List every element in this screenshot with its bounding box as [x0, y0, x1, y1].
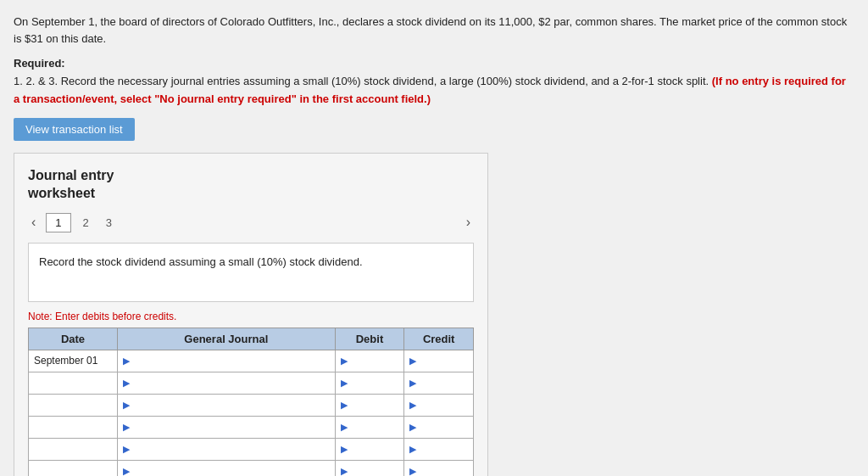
- arrow-debit-0: ▶: [341, 356, 348, 366]
- worksheet-title-line2: worksheet: [28, 186, 95, 200]
- col-header-debit: Debit: [335, 328, 404, 350]
- arrow-journal-4: ▶: [123, 444, 130, 454]
- col-header-date: Date: [29, 328, 118, 350]
- note-text: Note: Enter debits before credits.: [28, 311, 474, 322]
- table-row: ▶▶▶: [29, 460, 474, 476]
- arrow-credit-4: ▶: [409, 444, 416, 454]
- arrow-debit-2: ▶: [341, 400, 348, 410]
- cell-journal-1[interactable]: ▶: [118, 372, 336, 394]
- intro-text: On September 1, the board of directors o…: [14, 14, 854, 47]
- required-body: 1. 2. & 3. Record the necessary journal …: [14, 75, 709, 87]
- cell-journal-2[interactable]: ▶: [118, 394, 336, 416]
- arrow-debit-3: ▶: [341, 422, 348, 432]
- cell-date-5[interactable]: [29, 460, 118, 476]
- arrow-credit-1: ▶: [409, 378, 416, 388]
- table-row: ▶▶▶: [29, 416, 474, 438]
- table-row: ▶▶▶: [29, 372, 474, 394]
- cell-debit-1[interactable]: ▶: [335, 372, 404, 394]
- instruction-box: Record the stock dividend assuming a sma…: [28, 243, 474, 302]
- arrow-credit-5: ▶: [409, 466, 416, 476]
- arrow-debit-4: ▶: [341, 444, 348, 454]
- required-section: Required: 1. 2. & 3. Record the necessar…: [14, 55, 854, 108]
- cell-date-3[interactable]: [29, 416, 118, 438]
- arrow-debit-5: ▶: [341, 466, 348, 476]
- worksheet-title: Journal entry worksheet: [28, 167, 474, 203]
- cell-debit-5[interactable]: ▶: [335, 460, 404, 476]
- view-transaction-button[interactable]: View transaction list: [14, 118, 135, 141]
- instruction-text: Record the stock dividend assuming a sma…: [39, 255, 363, 268]
- cell-date-4[interactable]: [29, 438, 118, 460]
- cell-date-2[interactable]: [29, 394, 118, 416]
- col-header-credit: Credit: [404, 328, 474, 350]
- arrow-journal-0: ▶: [123, 356, 130, 366]
- arrow-debit-1: ▶: [341, 378, 348, 388]
- arrow-journal-5: ▶: [123, 466, 130, 476]
- arrow-credit-0: ▶: [409, 356, 416, 366]
- tab-navigation: ‹ 1 2 3 ›: [28, 213, 474, 232]
- cell-debit-3[interactable]: ▶: [335, 416, 404, 438]
- cell-date-1[interactable]: [29, 372, 118, 394]
- arrow-credit-3: ▶: [409, 422, 416, 432]
- cell-credit-5[interactable]: ▶: [404, 460, 474, 476]
- prev-chevron[interactable]: ‹: [28, 215, 39, 230]
- worksheet-title-line1: Journal entry: [28, 168, 114, 182]
- arrow-credit-2: ▶: [409, 400, 416, 410]
- cell-journal-3[interactable]: ▶: [118, 416, 336, 438]
- cell-debit-2[interactable]: ▶: [335, 394, 404, 416]
- cell-credit-3[interactable]: ▶: [404, 416, 474, 438]
- cell-date-0[interactable]: September 01: [29, 350, 118, 372]
- cell-journal-5[interactable]: ▶: [118, 460, 336, 476]
- table-row: ▶▶▶: [29, 394, 474, 416]
- cell-credit-2[interactable]: ▶: [404, 394, 474, 416]
- page-container: On September 1, the board of directors o…: [14, 14, 854, 476]
- required-label: Required:: [14, 57, 65, 70]
- cell-debit-0[interactable]: ▶: [335, 350, 404, 372]
- cell-journal-4[interactable]: ▶: [118, 438, 336, 460]
- arrow-journal-3: ▶: [123, 422, 130, 432]
- cell-credit-0[interactable]: ▶: [404, 350, 474, 372]
- arrow-journal-1: ▶: [123, 378, 130, 388]
- journal-table: Date General Journal Debit Credit Septem…: [28, 328, 474, 476]
- cell-debit-4[interactable]: ▶: [335, 438, 404, 460]
- worksheet-panel: Journal entry worksheet ‹ 1 2 3 › Record…: [14, 153, 488, 476]
- col-header-journal: General Journal: [118, 328, 336, 350]
- next-chevron[interactable]: ›: [463, 215, 474, 230]
- cell-journal-0[interactable]: ▶: [118, 350, 336, 372]
- table-row: September 01▶▶▶: [29, 350, 474, 372]
- tab-2[interactable]: 2: [78, 214, 94, 232]
- active-tab[interactable]: 1: [46, 213, 70, 232]
- arrow-journal-2: ▶: [123, 400, 130, 410]
- cell-credit-4[interactable]: ▶: [404, 438, 474, 460]
- table-row: ▶▶▶: [29, 438, 474, 460]
- tab-3[interactable]: 3: [101, 214, 117, 232]
- cell-credit-1[interactable]: ▶: [404, 372, 474, 394]
